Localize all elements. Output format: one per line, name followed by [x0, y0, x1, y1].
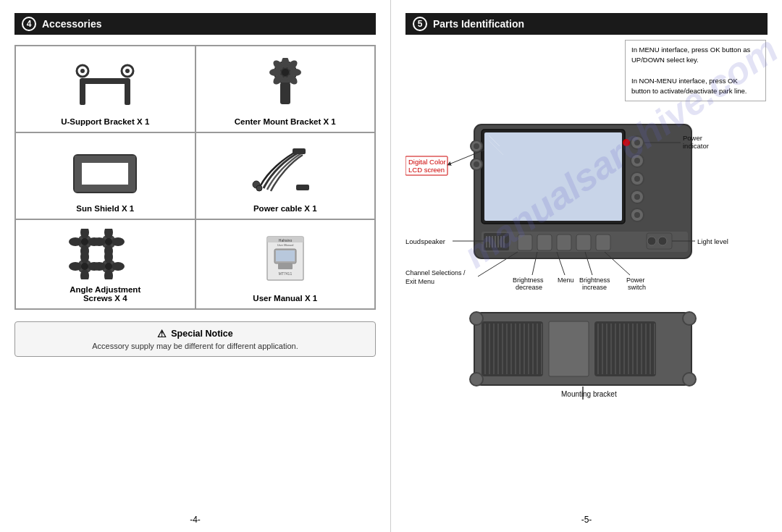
svg-point-66: [634, 140, 640, 145]
svg-point-49: [93, 262, 106, 271]
svg-point-78: [474, 161, 479, 167]
accessory-sun-shield: Sun Shield X 1: [15, 132, 196, 219]
sun-shield-icon: [69, 145, 141, 195]
svg-point-74: [634, 212, 640, 218]
u-support-label: U-Support Bracket X 1: [61, 117, 149, 126]
svg-rect-80: [484, 233, 509, 250]
section-header-accessories: 4 Accessories: [14, 13, 376, 35]
svg-rect-21: [75, 185, 135, 192]
svg-rect-90: [557, 235, 571, 250]
section-title-parts: Parts Identification: [433, 18, 524, 30]
sun-shield-label: Sun Shield X 1: [76, 204, 134, 213]
svg-rect-92: [596, 235, 610, 250]
svg-rect-2: [80, 78, 130, 84]
svg-text:Digital Color: Digital Color: [408, 158, 446, 166]
svg-point-39: [105, 238, 112, 245]
svg-point-33: [81, 238, 88, 245]
accessory-u-support: U-Support Bracket X 1: [15, 46, 196, 132]
svg-rect-138: [549, 321, 589, 376]
svg-rect-62: [484, 132, 622, 221]
svg-point-156: [683, 312, 696, 325]
user-manual-icon: Hahsino User Manual MT7411: [256, 233, 314, 284]
svg-rect-20: [75, 156, 135, 163]
svg-rect-22: [75, 156, 82, 192]
svg-point-41: [80, 250, 89, 263]
svg-rect-58: [278, 263, 293, 269]
svg-rect-88: [518, 235, 532, 250]
left-page: 4 Accessories U-Support Bracket X 1: [0, 0, 391, 532]
power-cable-label: Power cable X 1: [253, 204, 317, 213]
svg-point-27: [256, 185, 262, 191]
svg-point-45: [81, 263, 88, 270]
svg-point-76: [474, 143, 479, 149]
section-title-accessories: Accessories: [42, 18, 102, 30]
svg-text:User Manual: User Manual: [277, 243, 293, 247]
svg-point-93: [623, 139, 630, 146]
warning-icon: ⚠: [157, 328, 167, 339]
svg-text:Loudspeaker: Loudspeaker: [405, 237, 445, 245]
svg-rect-24: [293, 148, 306, 154]
svg-rect-17: [280, 83, 290, 104]
svg-point-95: [647, 237, 656, 245]
svg-text:Menu: Menu: [558, 276, 574, 284]
svg-text:Brightness: Brightness: [513, 276, 544, 284]
power-cable-image: [249, 142, 321, 198]
ok-button-tooltip: In MENU interface, press OK button as UP…: [625, 40, 766, 101]
svg-text:Power: Power: [683, 134, 702, 142]
svg-text:Hahsino: Hahsino: [279, 238, 293, 242]
user-manual-image: Hahsino User Manual MT7411: [256, 229, 314, 288]
accessories-grid: U-Support Bracket X 1: [14, 45, 376, 310]
svg-point-154: [470, 312, 483, 325]
svg-point-72: [634, 194, 640, 200]
svg-point-4: [80, 69, 85, 73]
svg-text:Brightness: Brightness: [579, 276, 610, 284]
svg-point-157: [683, 373, 696, 386]
section-header-parts: 5 Parts Identification: [405, 13, 768, 35]
svg-text:Channel Selections /: Channel Selections /: [405, 269, 466, 276]
accessory-angle-screws: Angle Adjustment Screws X 4: [15, 219, 196, 309]
screws-icon: [69, 229, 141, 279]
svg-point-51: [105, 263, 112, 270]
svg-point-38: [112, 237, 125, 246]
svg-text:Mounting bracket: Mounting bracket: [561, 390, 617, 398]
sun-shield-image: [69, 142, 141, 198]
angle-screws-label: Angle Adjustment Screws X 4: [70, 285, 140, 303]
svg-point-31: [69, 237, 82, 246]
svg-point-96: [658, 237, 667, 245]
svg-rect-23: [128, 156, 135, 192]
right-page: 5 Parts Identification manualsarchive.co…: [391, 0, 782, 532]
center-mount-image: [253, 55, 318, 111]
center-mount-icon: [253, 58, 318, 109]
section-number-parts: 5: [413, 17, 427, 31]
accessory-center-mount: Center Mount Bracket X 1: [196, 46, 376, 132]
accessory-user-manual: Hahsino User Manual MT7411 User Manual X…: [196, 219, 376, 309]
u-bracket-icon: [72, 58, 138, 109]
notice-text: Accessory supply may be different for di…: [25, 342, 365, 350]
parts-identification-svg: Digital Color LCD screen Power indicator…: [405, 88, 760, 400]
svg-rect-57: [276, 250, 295, 261]
svg-point-18: [282, 69, 289, 76]
svg-text:decrease: decrease: [516, 284, 542, 291]
svg-text:Power: Power: [626, 276, 645, 284]
section-number: 4: [22, 17, 36, 31]
svg-text:Exit Menu: Exit Menu: [405, 278, 434, 285]
svg-point-6: [125, 69, 130, 73]
svg-point-43: [69, 262, 82, 271]
svg-point-155: [470, 373, 483, 386]
svg-rect-139: [594, 321, 656, 376]
power-cable-icon: [249, 145, 321, 195]
accessory-power-cable: Power cable X 1: [196, 132, 376, 219]
svg-text:LCD screen: LCD screen: [408, 166, 445, 174]
svg-text:MT7411: MT7411: [279, 271, 293, 276]
svg-point-37: [93, 237, 106, 246]
notice-title: ⚠ Special Notice: [25, 328, 365, 339]
svg-rect-91: [576, 235, 591, 250]
svg-rect-89: [537, 235, 552, 250]
center-mount-label: Center Mount Bracket X 1: [235, 117, 336, 126]
left-page-number: -4-: [190, 515, 201, 525]
svg-point-70: [634, 176, 640, 182]
svg-rect-25: [296, 185, 309, 190]
u-support-image: [72, 55, 138, 111]
svg-rect-123: [482, 321, 543, 376]
svg-point-68: [634, 158, 640, 164]
